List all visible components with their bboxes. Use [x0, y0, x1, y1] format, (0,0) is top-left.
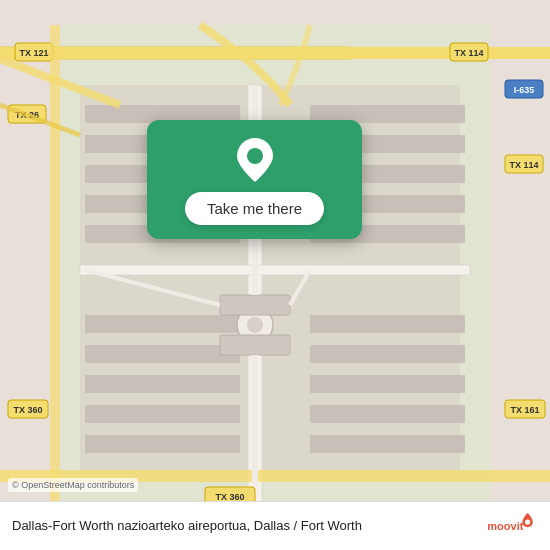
svg-rect-10	[85, 375, 240, 393]
svg-rect-22	[310, 435, 465, 453]
svg-text:moovit: moovit	[487, 520, 523, 532]
svg-point-58	[525, 520, 530, 525]
svg-rect-19	[310, 345, 465, 363]
svg-rect-24	[80, 265, 470, 275]
osm-attribution: © OpenStreetMap contributors	[8, 478, 138, 492]
map-svg: TX 121 TX 114 TX 114 I-635 TX 26 TX 360 …	[0, 0, 550, 550]
map-container: TX 121 TX 114 TX 114 I-635 TX 26 TX 360 …	[0, 0, 550, 550]
svg-text:TX 114: TX 114	[454, 48, 483, 58]
svg-rect-18	[310, 315, 465, 333]
svg-rect-21	[310, 405, 465, 423]
bottom-bar: Dallas-Fort Worth nazioarteko aireportua…	[0, 501, 550, 550]
svg-rect-40	[50, 25, 60, 525]
svg-rect-12	[85, 435, 240, 453]
svg-text:TX 121: TX 121	[19, 48, 48, 58]
popup-card: Take me there	[147, 120, 362, 239]
svg-rect-8	[85, 315, 240, 333]
svg-point-56	[247, 148, 263, 164]
take-me-there-button[interactable]: Take me there	[185, 192, 324, 225]
svg-point-47	[247, 317, 263, 333]
svg-rect-9	[85, 345, 240, 363]
moovit-logo-svg: moovit	[486, 510, 538, 542]
svg-text:TX 161: TX 161	[510, 405, 539, 415]
svg-text:I-635: I-635	[514, 85, 535, 95]
svg-text:TX 114: TX 114	[509, 160, 538, 170]
svg-text:TX 360: TX 360	[13, 405, 42, 415]
svg-rect-49	[220, 335, 290, 355]
attribution-text: © OpenStreetMap contributors	[12, 480, 134, 490]
svg-rect-11	[85, 405, 240, 423]
location-pin-icon	[237, 138, 273, 182]
location-name: Dallas-Fort Worth nazioarteko aireportua…	[12, 518, 476, 535]
svg-rect-48	[220, 295, 290, 315]
svg-rect-29	[320, 47, 550, 59]
svg-rect-20	[310, 375, 465, 393]
moovit-logo: moovit	[486, 510, 538, 542]
